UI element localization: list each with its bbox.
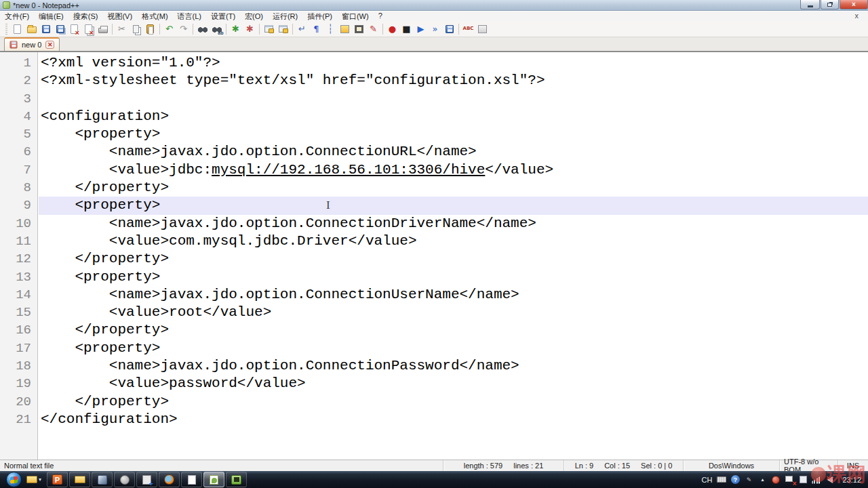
minimize-button[interactable]	[800, 0, 820, 9]
status-insert-mode[interactable]: INS	[838, 460, 868, 471]
pen-tray-icon[interactable]: ✎	[744, 475, 753, 485]
find-icon[interactable]	[195, 22, 210, 36]
save-icon[interactable]	[39, 22, 53, 36]
code-line[interactable]: 6 <name>javax.jdo.option.ConnectionURL</…	[0, 143, 868, 161]
taskbar-clock[interactable]: 23:12	[840, 476, 864, 484]
redo-icon[interactable]: ↷	[176, 22, 191, 36]
cut-icon[interactable]: ✂	[115, 22, 129, 36]
taskbar-virtualbox-button[interactable]	[92, 472, 113, 487]
taskbar-app-button[interactable]	[114, 472, 135, 487]
menu-plugins[interactable]: 插件(P)	[302, 12, 337, 22]
language-indicator[interactable]: CH	[702, 476, 713, 484]
save-macro-icon[interactable]	[442, 22, 456, 36]
taskbar-notepadpp-button[interactable]	[203, 472, 224, 487]
start-button[interactable]	[6, 472, 22, 487]
keyboard-layout-icon[interactable]	[717, 475, 726, 485]
network-status-icon[interactable]	[812, 475, 821, 485]
code-line[interactable]: 8 </property>	[0, 179, 868, 197]
code-line[interactable]: 5 <property>	[0, 125, 868, 143]
code-line[interactable]: 20 </property>	[0, 393, 868, 411]
code-line[interactable]: 1<?xml version="1.0"?>	[0, 54, 868, 72]
stop-macro-icon[interactable]: ■	[399, 22, 414, 36]
doc-map-icon[interactable]	[352, 22, 366, 36]
print-icon[interactable]	[96, 22, 110, 36]
menu-file[interactable]: 文件(F)	[0, 12, 34, 22]
code-line[interactable]: 11 <value>com.mysql.jdbc.Driver</value>	[0, 232, 868, 250]
menu-search[interactable]: 搜索(S)	[68, 12, 103, 22]
menu-help[interactable]: ?	[374, 12, 387, 22]
restore-button[interactable]	[821, 0, 839, 9]
tab-close-icon[interactable]: ✕	[45, 41, 54, 49]
close-button[interactable]: ×	[840, 0, 868, 9]
red-app-tray-icon[interactable]	[771, 475, 781, 485]
open-folder-icon[interactable]	[24, 22, 39, 36]
input-help-icon[interactable]: ?	[730, 475, 740, 485]
code-line[interactable]: 13 <property>	[0, 268, 868, 286]
tab-new-0[interactable]: new 0 ✕	[4, 37, 60, 51]
taskbar-securecrt-button[interactable]	[226, 472, 247, 487]
taskbar-firefox-button[interactable]	[159, 472, 180, 487]
code-line[interactable]: 15 <value>root</value>	[0, 304, 868, 321]
code-line[interactable]: 10 <name>javax.jdo.option.ConnectionDriv…	[0, 215, 868, 232]
play-macro-icon[interactable]: ▶	[414, 22, 428, 36]
status-encoding[interactable]: UTF-8 w/o BOM	[780, 460, 838, 471]
sync-horizontal-scroll-icon[interactable]	[276, 22, 290, 36]
code-line[interactable]: 19 <value>password</value>	[0, 375, 868, 392]
line-number: 6	[0, 143, 31, 161]
menu-window[interactable]: 窗口(W)	[337, 12, 374, 22]
code-line[interactable]: 17 <property>	[0, 340, 868, 357]
taskbar-powerpoint-button[interactable]: P	[47, 472, 68, 487]
menu-edit[interactable]: 编辑(E)	[34, 12, 68, 22]
code-line[interactable]: 7 <value>jdbc:mysql://192.168.56.101:330…	[0, 161, 868, 179]
run-macro-multiple-icon[interactable]: »	[428, 22, 442, 36]
title-bar[interactable]: *new 0 - Notepad++ ×	[0, 0, 868, 11]
menu-settings[interactable]: 设置(T)	[206, 12, 240, 22]
code-line[interactable]: 3	[0, 90, 868, 108]
replace-icon[interactable]	[210, 22, 224, 36]
word-wrap-icon[interactable]: ↵	[295, 22, 309, 36]
volume-muted-icon[interactable]	[825, 475, 835, 485]
show-all-chars-icon[interactable]: ¶	[309, 22, 323, 36]
code-line[interactable]: 4<configuration>	[0, 108, 868, 125]
undo-icon[interactable]: ↶	[162, 22, 176, 36]
code-line[interactable]: 2<?xml-stylesheet type="text/xsl" href="…	[0, 72, 868, 89]
close-all-icon[interactable]	[81, 22, 96, 36]
new-file-icon[interactable]	[10, 22, 24, 36]
mime-tools-icon[interactable]	[475, 22, 490, 36]
menu-encoding[interactable]: 格式(M)	[137, 12, 173, 22]
taskbar-explorer-button[interactable]	[69, 472, 90, 487]
action-center-icon[interactable]	[785, 475, 794, 485]
menu-language[interactable]: 语言(L)	[173, 12, 206, 22]
paste-icon[interactable]	[143, 22, 157, 36]
code-line[interactable]: 21</configuration>	[0, 411, 868, 428]
menu-macro[interactable]: 宏(O)	[240, 12, 268, 22]
save-all-icon[interactable]	[53, 22, 67, 36]
code-line[interactable]: 12 </property>	[0, 250, 868, 268]
function-list-icon[interactable]	[338, 22, 352, 36]
pinned-dropdown-chevron-icon[interactable]: ▾	[39, 476, 41, 483]
window-tray-icon[interactable]	[798, 475, 808, 485]
zoom-out-icon[interactable]: ✱	[243, 22, 257, 36]
code-line[interactable]: 14 <name>javax.jdo.option.ConnectionUser…	[0, 286, 868, 304]
spell-check-icon[interactable]: ABC	[461, 22, 475, 36]
editor[interactable]: 1<?xml version="1.0"?>2<?xml-stylesheet …	[0, 52, 868, 460]
close-doc-icon[interactable]	[67, 22, 81, 36]
code-line[interactable]: 18 <name>javax.jdo.option.ConnectionPass…	[0, 357, 868, 375]
show-hidden-icons[interactable]: ▴	[757, 475, 767, 485]
sync-vertical-scroll-icon[interactable]	[262, 22, 276, 36]
taskbar-editor-plus-button[interactable]	[136, 472, 157, 487]
code-line[interactable]: 16 </property>	[0, 321, 868, 339]
menu-run[interactable]: 运行(R)	[268, 12, 302, 22]
menu-close-doc-x[interactable]: x	[855, 12, 859, 20]
taskbar-notepad-button[interactable]	[181, 472, 202, 487]
indent-guide-icon[interactable]: ┆	[323, 22, 338, 36]
taskbar-pinned-launcher[interactable]: ▾	[26, 476, 41, 483]
code-line[interactable]: 9 <property>	[0, 197, 868, 214]
menu-view[interactable]: 视图(V)	[102, 12, 137, 22]
record-macro-icon[interactable]: ●	[385, 22, 399, 36]
user-defined-dialog-icon[interactable]: ✎	[366, 22, 380, 36]
status-eol-format[interactable]: Dos\Windows	[684, 460, 780, 471]
copy-icon[interactable]	[129, 22, 143, 36]
zoom-in-icon[interactable]: ✱	[229, 22, 243, 36]
line-number: 4	[0, 108, 31, 125]
